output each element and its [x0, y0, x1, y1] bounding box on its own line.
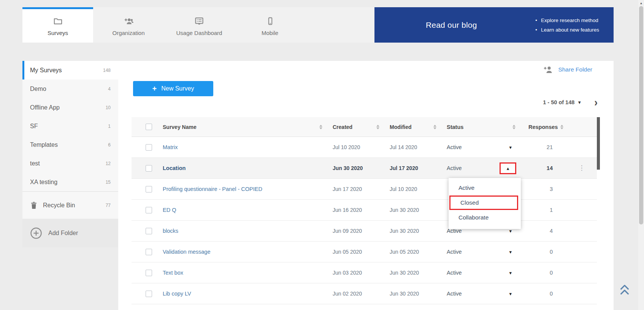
folder-count: 148 — [103, 68, 111, 73]
status-value: Active — [447, 144, 462, 150]
organization-icon — [123, 16, 134, 26]
status-caret-icon[interactable]: ▾ — [509, 145, 512, 150]
banner-bullet-item: • Explore research method — [535, 16, 599, 25]
recycle-bin-label: Recycle Bin — [43, 202, 75, 209]
responses-count: 14 — [517, 165, 566, 171]
banner-bullet-item: • Learn about new features — [535, 25, 599, 35]
tab-surveys[interactable]: Surveys — [22, 7, 93, 43]
responses-count: 0 — [517, 291, 566, 297]
sidebar-item-recycle-bin[interactable]: Recycle Bin 77 — [22, 191, 118, 219]
sidebar-item-demo[interactable]: Demo 4 — [22, 79, 118, 98]
scrollbar-thumb[interactable] — [639, 6, 643, 224]
created-date: Jun 16 2020 — [327, 207, 384, 213]
status-caret-icon[interactable]: ▾ — [509, 291, 512, 297]
sidebar-item-sf[interactable]: SF 1 — [22, 117, 118, 135]
row-checkbox[interactable] — [146, 186, 152, 192]
sidebar-item-xa-testing[interactable]: XA testing 15 — [22, 173, 118, 191]
share-folder-button[interactable]: Share Folder — [543, 65, 592, 74]
browser-scrollbar[interactable]: ▲ — [638, 0, 644, 310]
modified-date: Jul 14 2020 — [384, 144, 441, 150]
sort-icon[interactable] — [512, 125, 516, 129]
banner-bullet-text: Explore research method — [541, 16, 598, 25]
survey-name-link[interactable]: Validation message — [163, 249, 210, 255]
survey-name-link[interactable]: ED Q — [163, 207, 176, 213]
sort-icon[interactable] — [376, 125, 379, 129]
sidebar-item-my-surveys[interactable]: My Surveys 148 — [22, 61, 118, 79]
next-page-button[interactable]: › — [594, 97, 598, 108]
folder-count: 6 — [108, 142, 111, 148]
row-checkbox[interactable] — [146, 165, 152, 172]
share-folder-label: Share Folder — [558, 66, 592, 73]
table-scrollbar-thumb[interactable] — [597, 117, 600, 170]
row-checkbox[interactable] — [146, 144, 152, 151]
survey-name-link[interactable]: Location — [163, 165, 186, 171]
sort-icon[interactable] — [560, 125, 563, 129]
folder-label: Offline App — [30, 104, 60, 111]
new-survey-label: New Survey — [161, 85, 194, 92]
row-checkbox[interactable] — [146, 249, 152, 255]
tab-label: Usage Dashboard — [176, 30, 222, 36]
survey-name-link[interactable]: blocks — [163, 228, 178, 234]
responses-count: 3 — [517, 186, 566, 192]
sort-icon[interactable] — [433, 125, 436, 129]
top-navigation: Surveys Organization Usage Dashboard — [22, 7, 374, 43]
pagination-range-label: 1 - 50 of 148 — [543, 99, 574, 105]
row-checkbox[interactable] — [146, 207, 152, 213]
survey-name-link[interactable]: Matrix — [163, 144, 178, 150]
tab-organization[interactable]: Organization — [93, 7, 164, 43]
modified-date: Jun 30 2020 — [384, 270, 441, 276]
status-caret-open-icon[interactable]: ▴ — [507, 165, 509, 171]
folder-count: 10 — [106, 105, 111, 110]
surveys-table: Survey Name Created Modified Status Resp… — [132, 117, 597, 304]
folder-icon — [53, 16, 63, 26]
status-value: Active — [447, 291, 462, 297]
table-row: Text box Jun 03 2020 Jun 30 2020 Active … — [132, 262, 597, 283]
blog-banner[interactable]: Read our blog • Explore research method … — [374, 7, 614, 43]
table-row: blocks Jun 09 2020 Jun 30 2020 Active ▾ … — [132, 221, 597, 242]
caret-down-icon: ▾ — [578, 100, 581, 105]
row-checkbox[interactable] — [146, 228, 152, 234]
folder-label: Templates — [30, 141, 58, 148]
table-row: Matrix Jul 10 2020 Jul 14 2020 Active ▾ … — [132, 137, 597, 158]
add-folder-button[interactable]: Add Folder — [22, 219, 118, 247]
annotation-highlight-caret: ▴ — [500, 162, 516, 174]
sidebar-item-templates[interactable]: Templates 6 — [22, 135, 118, 154]
tab-filler — [305, 7, 374, 43]
table-row: ED Q Jun 16 2020 Jun 30 2020 1 — [132, 200, 597, 221]
tab-mobile[interactable]: Mobile — [235, 7, 305, 43]
row-checkbox[interactable] — [146, 291, 152, 297]
table-header-row: Survey Name Created Modified Status Resp… — [132, 117, 597, 137]
new-survey-button[interactable]: + New Survey — [133, 81, 213, 96]
select-all-checkbox[interactable] — [146, 124, 152, 130]
folder-count: 15 — [106, 180, 111, 185]
created-date: Jun 02 2020 — [327, 291, 384, 297]
survey-name-link[interactable]: Text box — [163, 270, 183, 276]
scroll-up-button[interactable]: ▲ — [638, 0, 644, 6]
survey-name-link[interactable]: Lib copy LV — [163, 291, 191, 297]
header-survey-name: Survey Name — [163, 124, 197, 130]
sidebar-item-offline-app[interactable]: Offline App 10 — [22, 98, 118, 117]
status-caret-icon[interactable]: ▾ — [509, 270, 512, 276]
sort-icon[interactable] — [319, 125, 322, 129]
row-checkbox[interactable] — [146, 270, 152, 276]
tab-label: Organization — [112, 30, 144, 36]
pagination-range-dropdown[interactable]: 1 - 50 of 148 ▾ — [543, 99, 581, 105]
banner-title: Read our blog — [426, 21, 477, 30]
tab-usage-dashboard[interactable]: Usage Dashboard — [164, 7, 235, 43]
folder-label: Demo — [30, 86, 46, 92]
survey-name-link[interactable]: Profiling questionnaire - Panel - COPIED — [163, 186, 262, 192]
menu-item-closed[interactable]: Closed — [450, 197, 517, 209]
menu-item-active[interactable]: Active — [449, 180, 521, 196]
back-to-top-button[interactable] — [618, 283, 631, 298]
menu-item-collaborate[interactable]: Collaborate — [449, 210, 521, 225]
recycle-bin-count: 77 — [106, 203, 111, 208]
person-add-icon — [543, 65, 554, 74]
status-caret-icon[interactable]: ▾ — [509, 249, 512, 255]
header-status: Status — [447, 124, 463, 130]
folder-list: My Surveys 148 Demo 4 Offline App 10 SF … — [22, 61, 118, 191]
add-circle-icon — [30, 227, 42, 239]
kebab-menu-icon[interactable]: ⋮ — [579, 165, 585, 171]
header-modified: Modified — [390, 124, 412, 130]
header-created: Created — [333, 124, 352, 130]
sidebar-item-test[interactable]: test 12 — [22, 154, 118, 173]
